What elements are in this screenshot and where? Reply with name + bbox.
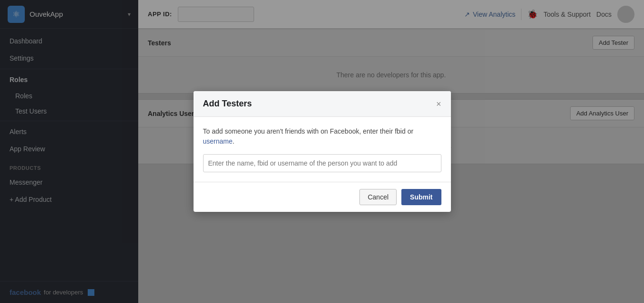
modal-title: Add Testers — [203, 99, 436, 109]
username-link[interactable]: username — [203, 137, 233, 145]
modal-description: To add someone you aren't friends with o… — [203, 126, 441, 146]
modal-close-button[interactable]: × — [436, 100, 441, 108]
tester-search-input[interactable] — [203, 154, 441, 172]
modal-body: To add someone you aren't friends with o… — [194, 117, 451, 182]
cancel-button[interactable]: Cancel — [359, 189, 397, 205]
submit-button[interactable]: Submit — [401, 189, 441, 205]
modal-overlay: Add Testers × To add someone you aren't … — [0, 0, 644, 303]
modal-header: Add Testers × — [194, 91, 451, 117]
modal-footer: Cancel Submit — [194, 182, 451, 212]
add-testers-modal: Add Testers × To add someone you aren't … — [194, 91, 451, 212]
